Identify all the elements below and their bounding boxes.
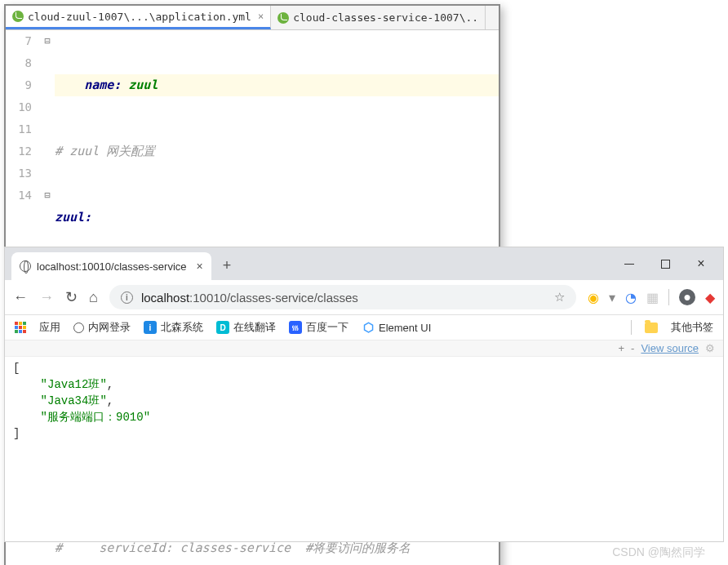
gear-icon[interactable]: ⚙ <box>705 342 715 354</box>
ext-icon[interactable]: ◆ <box>705 290 715 305</box>
bookmark-item[interactable]: ⬡ Element UI <box>362 321 431 334</box>
ide-tab-bar: cloud-zuul-1007\...\application.yml × cl… <box>6 6 499 30</box>
ext-icon[interactable]: ▦ <box>646 290 659 305</box>
home-button[interactable]: ⌂ <box>89 289 98 306</box>
back-button[interactable]: ← <box>13 289 28 306</box>
apps-label[interactable]: 应用 <box>39 320 60 335</box>
ext-icon[interactable]: ◔ <box>625 290 637 305</box>
browser-toolbar: ← → ↻ ⌂ i localhost:10010/classes-servic… <box>5 280 723 315</box>
paw-icon: ᯾ <box>289 321 302 334</box>
spring-icon <box>12 11 24 22</box>
address-path: :10010/classes-service/classes <box>189 291 358 305</box>
fold-handle[interactable]: ⊟ <box>40 30 55 52</box>
spring-icon <box>277 12 289 24</box>
globe-icon <box>20 260 31 272</box>
json-response-body[interactable]: [ "Java12班", "Java34班", "服务端端口：9010" ] <box>5 357 723 445</box>
close-icon[interactable]: × <box>197 260 203 273</box>
address-host: localhost <box>141 291 189 305</box>
bookmark-icon: D <box>216 321 229 334</box>
ide-tab-label: cloud-classes-service-1007\.. <box>293 11 478 24</box>
bookmark-item[interactable]: ᯾ 百度一下 <box>289 320 348 335</box>
divider <box>631 320 632 335</box>
expand-all-button[interactable]: + <box>618 342 624 354</box>
ide-tab-classes-service[interactable]: cloud-classes-service-1007\.. <box>271 6 486 29</box>
close-window-button[interactable]: × <box>695 258 707 269</box>
bookmark-item[interactable]: D 在线翻译 <box>216 320 276 335</box>
bookmark-item[interactable]: i 北森系统 <box>144 320 203 335</box>
maximize-button[interactable] <box>659 258 671 269</box>
ext-icon[interactable]: ▾ <box>609 290 615 305</box>
bookmark-icon: i <box>144 321 157 334</box>
window-controls: × <box>624 258 723 269</box>
extension-icons: ◉ ▾ ◔ ▦ ● ◆ <box>588 289 715 305</box>
globe-icon <box>73 323 84 333</box>
other-bookmarks[interactable]: 其他书签 <box>671 320 713 335</box>
cube-icon: ⬡ <box>362 321 375 334</box>
bookmark-star-icon[interactable]: ☆ <box>554 290 565 305</box>
view-source-link[interactable]: View source <box>641 342 699 354</box>
browser-tab-strip: localhost:10010/classes-service × + × <box>5 247 723 280</box>
profile-avatar-icon[interactable]: ● <box>679 289 695 305</box>
close-icon[interactable]: × <box>258 11 264 22</box>
ide-tab-label: cloud-zuul-1007\...\application.yml <box>28 11 251 23</box>
browser-tab-title: localhost:10010/classes-service <box>37 260 187 273</box>
bookmark-item[interactable]: 内网登录 <box>73 320 131 335</box>
minimize-button[interactable] <box>624 258 635 269</box>
forward-button[interactable]: → <box>39 289 54 306</box>
collapse-all-button[interactable]: - <box>631 342 634 354</box>
apps-icon[interactable] <box>15 322 26 333</box>
reload-button[interactable]: ↻ <box>65 288 78 306</box>
ext-icon[interactable]: ◉ <box>588 290 599 305</box>
address-bar[interactable]: i localhost:10010/classes-service/classe… <box>109 285 576 309</box>
new-tab-button[interactable]: + <box>223 257 232 274</box>
watermark: CSDN @陶然同学 <box>612 545 705 560</box>
ide-tab-application-yml[interactable]: cloud-zuul-1007\...\application.yml × <box>6 6 271 29</box>
browser-tab[interactable]: localhost:10010/classes-service × <box>11 252 211 280</box>
folder-icon <box>645 323 658 333</box>
site-info-icon[interactable]: i <box>121 291 133 304</box>
fold-handle[interactable]: ⊟ <box>40 185 55 207</box>
browser-window: localhost:10010/classes-service × + × ← … <box>4 247 724 542</box>
divider <box>668 289 669 305</box>
json-viewer-toolbar: + - View source ⚙ <box>5 340 723 357</box>
bookmarks-bar: 应用 内网登录 i 北森系统 D 在线翻译 ᯾ 百度一下 ⬡ Element U… <box>5 315 723 340</box>
